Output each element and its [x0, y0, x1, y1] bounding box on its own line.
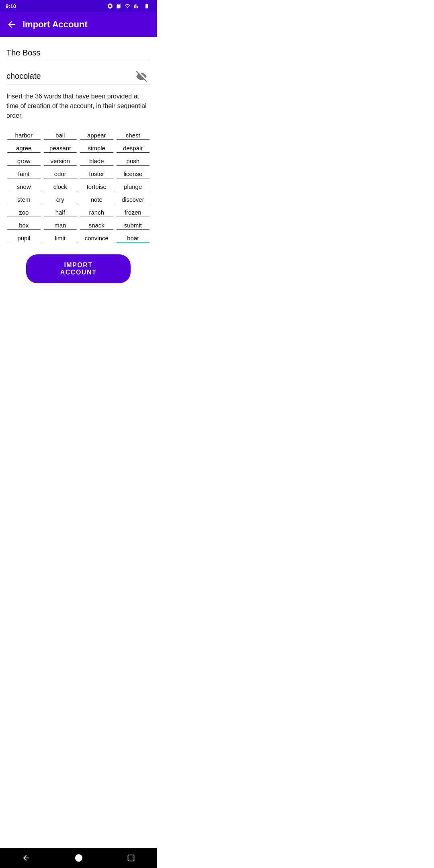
page-title: Import Account — [23, 19, 88, 30]
toggle-visibility-button[interactable] — [133, 69, 150, 84]
seed-word-26[interactable]: half — [44, 207, 77, 217]
status-time: 9:10 — [6, 3, 16, 9]
seed-word-3[interactable]: appear — [80, 130, 113, 140]
back-button[interactable] — [6, 19, 17, 30]
seed-word-10[interactable]: version — [44, 156, 77, 166]
seed-word-17[interactable]: snow — [7, 182, 41, 191]
status-bar: 9:10 — [0, 0, 157, 12]
wifi-icon — [124, 3, 131, 9]
seed-word-14[interactable]: odor — [44, 169, 77, 178]
seed-word-28[interactable]: frozen — [117, 207, 150, 217]
seed-word-31[interactable]: snack — [80, 220, 113, 230]
seed-word-20[interactable]: plunge — [117, 182, 150, 191]
seed-word-32[interactable]: submit — [117, 220, 150, 230]
password-wrapper — [6, 68, 150, 84]
name-input[interactable] — [6, 45, 150, 61]
seed-words-grid: harborballappearchestagreepeasantsimpled… — [6, 129, 150, 245]
seed-word-23[interactable]: note — [80, 194, 113, 204]
seed-word-36[interactable]: boat — [117, 233, 150, 243]
seed-word-33[interactable]: pupil — [7, 233, 41, 243]
import-button-container: IMPORT ACCOUNT — [6, 254, 150, 283]
sdcard-icon — [116, 3, 121, 9]
seed-word-24[interactable]: discover — [117, 194, 150, 204]
seed-word-30[interactable]: man — [44, 220, 77, 230]
battery-icon — [142, 3, 151, 9]
app-bar: Import Account — [0, 12, 157, 37]
instruction-text: Insert the 36 words that have been provi… — [6, 92, 150, 121]
signal-icon — [133, 3, 140, 9]
seed-word-9[interactable]: grow — [7, 156, 41, 166]
seed-word-7[interactable]: simple — [80, 143, 113, 153]
seed-word-6[interactable]: peasant — [44, 143, 77, 153]
gear-icon — [107, 3, 113, 9]
seed-word-2[interactable]: ball — [44, 130, 77, 140]
name-field — [6, 45, 150, 61]
back-arrow-icon — [6, 19, 17, 30]
seed-word-15[interactable]: foster — [80, 169, 113, 178]
seed-word-12[interactable]: push — [117, 156, 150, 166]
seed-word-25[interactable]: zoo — [7, 207, 41, 217]
status-icons — [107, 3, 151, 9]
seed-word-18[interactable]: clock — [44, 182, 77, 191]
main-content: Insert the 36 words that have been provi… — [0, 37, 157, 283]
seed-word-16[interactable]: license — [117, 169, 150, 178]
seed-word-5[interactable]: agree — [7, 143, 41, 153]
seed-word-22[interactable]: cry — [44, 194, 77, 204]
seed-word-34[interactable]: limit — [44, 233, 77, 243]
seed-word-27[interactable]: ranch — [80, 207, 113, 217]
seed-word-1[interactable]: harbor — [7, 130, 41, 140]
import-account-button[interactable]: IMPORT ACCOUNT — [26, 254, 131, 283]
seed-word-29[interactable]: box — [7, 220, 41, 230]
password-input[interactable] — [6, 68, 133, 84]
seed-word-21[interactable]: stem — [7, 194, 41, 204]
seed-word-8[interactable]: despair — [117, 143, 150, 153]
eye-off-icon — [134, 71, 149, 82]
seed-word-4[interactable]: chest — [117, 130, 150, 140]
seed-word-35[interactable]: convince — [80, 233, 113, 243]
seed-word-13[interactable]: faint — [7, 169, 41, 178]
password-field-container — [6, 68, 150, 84]
seed-word-19[interactable]: tortoise — [80, 182, 113, 191]
seed-word-11[interactable]: blade — [80, 156, 113, 166]
